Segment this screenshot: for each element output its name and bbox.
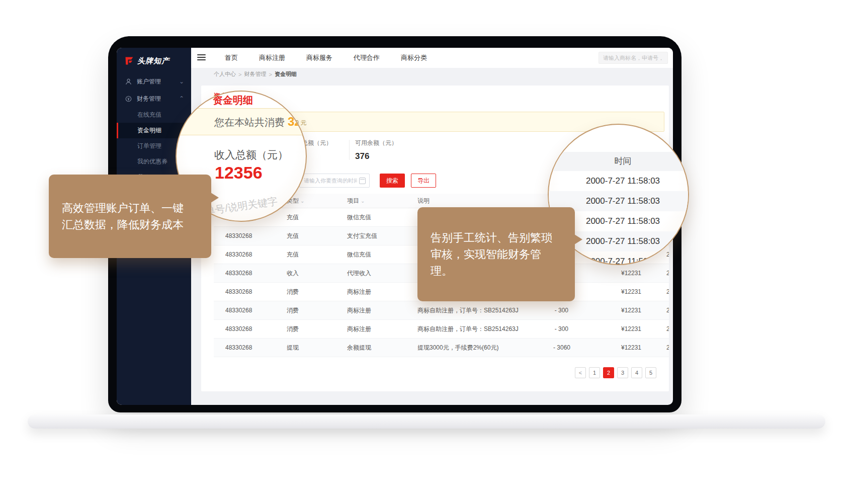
cell-type: 充值 [287,250,347,259]
callout-finance-right: 告别手工统计、告别繁琐 审核，实现智能财务管 理。 [417,207,575,301]
cell-time: 2000-7-27 11:58:03 [666,307,669,314]
laptop-base [28,414,825,429]
date-input-wrap [299,174,370,188]
brand-logo[interactable]: 头牌知产 [117,48,191,73]
breadcrumb-item[interactable]: 个人中心 [214,70,236,78]
stat-balance: 可用余额（元） 376 [355,139,397,161]
cell-type: 提现 [287,344,347,352]
callout-arrow-icon [574,234,582,244]
cell-project: 支付宝充值 [347,232,417,240]
magnified-time-row: 2000-7-27 11:58:03 [548,171,689,191]
sidebar-item-label: 账户管理 [137,77,161,86]
menu-icon[interactable] [197,54,206,62]
cell-project: 微信充值 [347,213,417,222]
sort-caret-icon: ⌄ [361,198,365,204]
breadcrumb-current: 资金明细 [275,70,297,78]
col-header-type[interactable]: 类型⌄ [287,197,347,205]
cell-type: 收入 [287,269,347,278]
stat-value: 376 [355,151,397,161]
cell-project: 微信充值 [347,250,417,259]
table-row[interactable]: 48330268 消费 商标注册 商标自助注册，订单号：SB2514263J -… [214,301,669,320]
cell-balance: ¥12231 [599,344,666,351]
magnified-stat-label: 收入总额（元） [214,148,288,162]
cell-type: 消费 [287,288,347,296]
stage: 头牌知产 账户管理 ⌄ 财务管理 ⌃ [0,0,853,504]
nav-item-trademark-register[interactable]: 商标注册 [248,53,296,62]
chevron-down-icon: ⌄ [179,79,184,84]
magnified-time-header: 时间 [548,152,689,171]
cell-description: 提现3000元，手续费2%(60元) [417,344,553,352]
magnified-tab-title: 资金明细 [213,94,253,107]
callout-finance-left: 高效管理账户订单、一键 汇总数据，降低财务成本 [49,175,211,258]
table-row[interactable]: 48330268 提现 余额提现 提现3000元，手续费2%(60元) - 30… [214,339,669,357]
cell-time: 2000-7-27 11:58:03 [666,325,669,332]
cell-description: 商标自助注册，订单号：SB2514263J [417,306,553,315]
nav-menu: 首页 商标注册 商标服务 代理合作 商标分类 [214,48,438,68]
sort-caret-icon: ⌄ [300,198,304,204]
brand-logo-icon [124,56,134,66]
calendar-icon[interactable] [359,178,366,184]
cell-order-no: 48330268 [214,251,287,258]
stat-divider [349,140,350,160]
export-button[interactable]: 导出 [411,174,436,188]
pagination: < 1 2 3 4 5 [575,367,656,378]
cell-project: 余额提现 [347,344,417,352]
stat-label: 可用余额（元） [355,139,397,147]
sidebar-item-account[interactable]: 账户管理 ⌄ [117,73,191,90]
cell-order-no: 48330268 [214,307,287,314]
cell-project: 商标注册 [347,306,417,315]
search-button[interactable]: 搜索 [380,174,405,188]
sidebar-item-finance[interactable]: 财务管理 ⌃ [117,90,191,107]
user-icon [125,78,132,86]
top-navbar: 首页 商标注册 商标服务 代理合作 商标分类 [191,48,673,68]
callout-arrow-icon [211,193,219,203]
pagination-page[interactable]: 5 [645,367,656,378]
cell-project: 商标注册 [347,325,417,333]
cell-order-no: 48330268 [214,325,287,332]
col-header-description: 说明 [417,197,553,205]
table-row[interactable]: 48330268 消费 商标注册 商标自助注册，订单号：SB2514263J -… [214,320,669,339]
cell-balance: ¥12231 [599,288,666,295]
cell-amount: - 300 [553,325,599,332]
cell-order-no: 48330268 [214,270,287,277]
cell-order-no: 48330268 [214,232,287,239]
breadcrumb-item[interactable]: 财务管理 [244,70,266,78]
breadcrumb-separator: > [238,71,241,77]
cell-project: 代理收入 [347,269,417,278]
cell-project: 商标注册 [347,288,417,296]
pagination-page[interactable]: 1 [589,367,600,378]
sidebar-item-online-recharge[interactable]: 在线充值 [117,107,191,123]
nav-item-agent-coop[interactable]: 代理合作 [343,53,390,62]
cell-amount: - 3060 [553,344,599,351]
cell-balance: ¥12231 [599,270,666,277]
breadcrumb-separator: > [269,71,272,77]
breadcrumb: 个人中心 > 财务管理 > 资金明细 [191,68,673,80]
cell-type: 消费 [287,306,347,315]
pagination-prev-button[interactable]: < [575,367,586,378]
cell-order-no: 48330268 [214,344,287,351]
cell-time: 2000-7-27 11:58:03 [666,270,669,277]
chevron-up-icon: ⌃ [179,96,184,101]
nav-item-trademark-service[interactable]: 商标服务 [296,53,343,62]
pagination-page-current[interactable]: 2 [603,367,614,378]
sidebar-item-label: 财务管理 [137,95,161,103]
cell-balance: ¥12231 [599,307,666,314]
cell-type: 消费 [287,325,347,333]
finance-icon [125,95,132,103]
cell-type: 充值 [287,232,347,240]
pagination-page[interactable]: 3 [617,367,628,378]
magnified-banner: 您在本站共消费32124 [176,108,307,135]
col-header-project[interactable]: 项目⌄ [347,197,417,205]
cell-balance: ¥12231 [599,325,666,332]
cell-amount: - 300 [553,307,599,314]
cell-order-no: 48330268 [214,288,287,295]
nav-item-trademark-class[interactable]: 商标分类 [390,53,438,62]
trademark-search-input[interactable] [599,52,668,64]
brand-name: 头牌知产 [137,56,169,66]
magnified-stat-value: 12356 [215,163,263,183]
cell-time: 2000-7-27 11:58:03 [666,288,669,295]
cell-time: 2000-7-27 11:58:03 [666,344,669,351]
cell-type: 充值 [287,213,347,222]
nav-item-home[interactable]: 首页 [214,53,248,62]
pagination-page[interactable]: 4 [631,367,642,378]
